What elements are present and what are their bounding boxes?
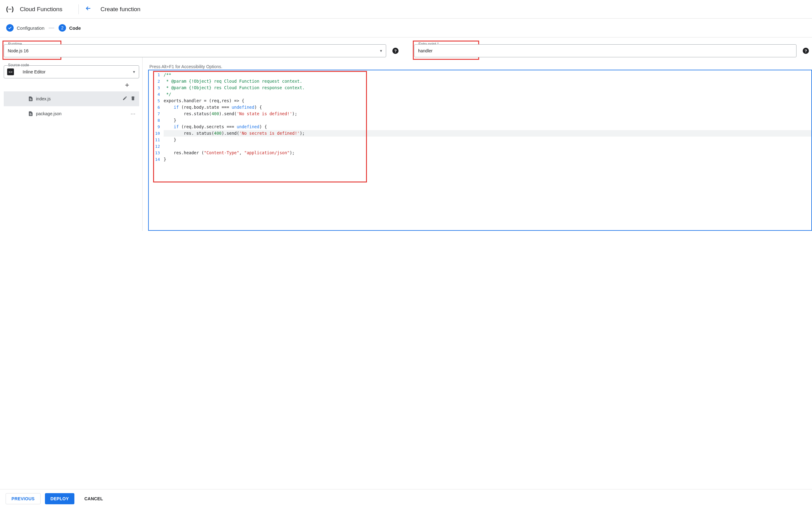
chevron-down-icon: ▼ <box>132 70 136 74</box>
file-item[interactable]: index.js <box>4 91 139 106</box>
divider <box>78 4 79 14</box>
edit-icon[interactable] <box>122 96 127 102</box>
content: Source code <> Inline Editor ▼ ＋ index.j… <box>0 57 812 231</box>
file-list: index.jspackage.json⋯ <box>4 91 139 121</box>
line-number-gutter: 1234567891011121314 <box>149 70 162 230</box>
add-file-row: ＋ <box>4 78 139 91</box>
page-header: (··) Cloud Functions Create function <box>0 0 812 18</box>
runtime-field: Runtime Node.js 16 ▼ <box>4 44 386 57</box>
add-file-icon[interactable]: ＋ <box>124 80 130 89</box>
source-code-select[interactable]: <> Inline Editor ▼ <box>4 66 139 78</box>
entry-point-field: Entry point * <box>414 44 797 57</box>
entry-point-input[interactable] <box>418 48 786 53</box>
file-name: package.json <box>36 111 62 116</box>
back-arrow-icon[interactable] <box>85 5 92 14</box>
trash-icon[interactable] <box>130 96 135 102</box>
cloud-functions-icon: (··) <box>5 4 15 14</box>
entry-point-help-icon[interactable]: ? <box>803 48 809 54</box>
service-title: Cloud Functions <box>20 6 62 13</box>
file-icon <box>28 96 34 101</box>
entry-point-input-wrap <box>414 44 797 57</box>
code-editor[interactable]: 1234567891011121314 /** * @param {!Objec… <box>148 70 812 231</box>
more-icon[interactable]: ⋯ <box>130 111 135 117</box>
page-title: Create function <box>100 6 140 13</box>
step-2-number: 2 <box>58 24 66 32</box>
step-2-label[interactable]: Code <box>69 26 81 31</box>
code-area[interactable]: /** * @param {!Object} req Cloud Functio… <box>162 70 811 230</box>
runtime-value: Node.js 16 <box>8 48 29 53</box>
accessibility-hint: Press Alt+F1 for Accessibility Options. <box>148 64 812 69</box>
source-code-value: Inline Editor <box>23 70 46 74</box>
left-panel: Source code <> Inline Editor ▼ ＋ index.j… <box>0 57 143 231</box>
file-icon <box>28 111 34 117</box>
chevron-down-icon: ▼ <box>379 49 383 53</box>
runtime-select[interactable]: Node.js 16 ▼ <box>4 44 386 57</box>
step-connector <box>49 28 54 28</box>
file-name: index.js <box>36 96 50 101</box>
file-item[interactable]: package.json⋯ <box>4 106 139 121</box>
right-panel: Press Alt+F1 for Accessibility Options. … <box>143 57 812 231</box>
step-1-label[interactable]: Configuration <box>17 26 44 31</box>
stepper: Configuration 2 Code <box>0 18 812 38</box>
inline-editor-icon: <> <box>7 69 14 75</box>
runtime-help-icon[interactable]: ? <box>392 48 399 54</box>
step-1-check-icon <box>6 24 14 32</box>
